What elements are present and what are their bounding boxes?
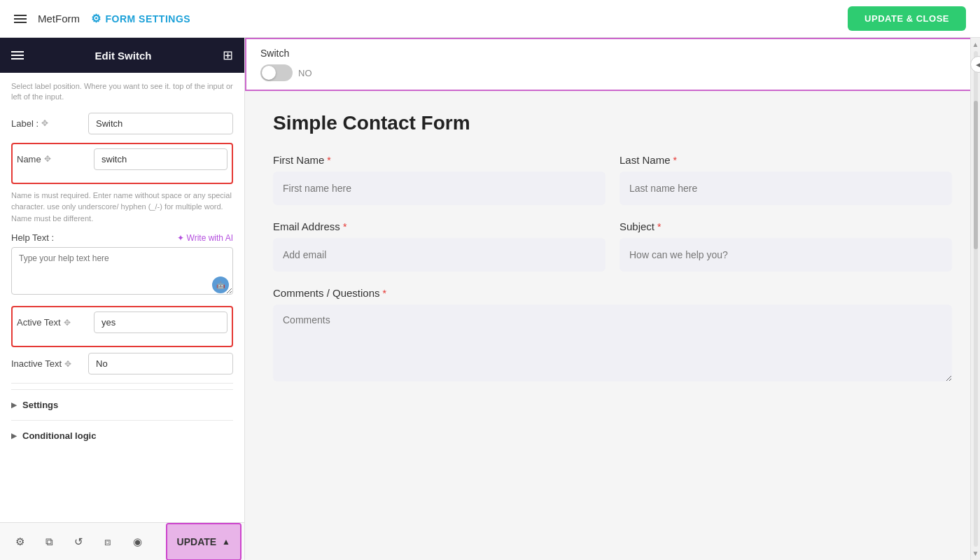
form-row-3: Comments / Questions * bbox=[273, 287, 952, 384]
comments-input[interactable] bbox=[273, 304, 952, 382]
form-content: Simple Contact Form First Name * Last Na… bbox=[245, 91, 980, 560]
history-icon[interactable]: ↺ bbox=[66, 529, 91, 554]
chevron-up-icon: ▲ bbox=[222, 537, 230, 547]
help-text-input[interactable] bbox=[11, 247, 233, 295]
layers-icon[interactable]: ⧉ bbox=[36, 529, 62, 554]
settings-bottom-icon[interactable]: ⚙ bbox=[7, 529, 32, 554]
form-title: Simple Contact Form bbox=[273, 112, 952, 134]
comments-label: Comments / Questions * bbox=[273, 287, 952, 299]
settings-label: Settings bbox=[22, 400, 58, 410]
preview-area: Switch NO ◀ Simple Contact Form First Na… bbox=[245, 38, 980, 560]
main-layout: Edit Switch ⊞ Select label position. Whe… bbox=[0, 38, 980, 560]
sidebar-hamburger-icon[interactable] bbox=[11, 51, 24, 59]
label-field-label: Label : ✥ bbox=[11, 118, 88, 129]
settings-accordion-header[interactable]: ▶ Settings bbox=[11, 390, 233, 420]
first-name-input[interactable] bbox=[273, 172, 606, 205]
active-text-row: Active Text ✥ bbox=[17, 312, 227, 333]
hamburger-icon[interactable] bbox=[14, 15, 27, 23]
bottom-icons: ⚙ ⧉ ↺ ⧈ ◉ bbox=[0, 529, 166, 554]
inactive-move-icon: ✥ bbox=[64, 359, 71, 369]
label-input[interactable] bbox=[88, 113, 233, 134]
email-required: * bbox=[343, 221, 346, 232]
app-name: MetForm bbox=[38, 13, 80, 24]
write-ai-link[interactable]: ✦ Write with AI bbox=[177, 233, 233, 243]
inactive-text-input[interactable] bbox=[88, 353, 233, 374]
active-text-wrapper: Active Text ✥ bbox=[11, 306, 233, 347]
name-field-label: Name ✥ bbox=[17, 154, 94, 164]
toggle-knob bbox=[262, 66, 276, 80]
settings-accordion: ▶ Settings bbox=[11, 389, 233, 420]
inactive-text-row: Inactive Text ✥ bbox=[11, 353, 233, 374]
form-settings-link[interactable]: ⚙ FORM SETTINGS bbox=[91, 12, 190, 25]
toggle-track[interactable] bbox=[260, 64, 293, 81]
scroll-up-arrow[interactable]: ▲ bbox=[972, 41, 979, 48]
topbar-left: MetForm ⚙ FORM SETTINGS bbox=[14, 12, 190, 25]
form-row-1: First Name * Last Name * bbox=[273, 154, 952, 205]
form-row-2: Email Address * Subject * bbox=[273, 220, 952, 272]
update-button[interactable]: UPDATE ▲ bbox=[167, 524, 240, 559]
settings-arrow-icon: ▶ bbox=[11, 401, 17, 409]
name-field-row: Name ✥ bbox=[17, 148, 227, 170]
sidebar-bottom: ⚙ ⧉ ↺ ⧈ ◉ UPDATE ▲ bbox=[0, 522, 244, 560]
conditional-arrow-icon: ▶ bbox=[11, 432, 17, 440]
last-name-required: * bbox=[673, 155, 677, 166]
subject-input[interactable] bbox=[620, 238, 952, 272]
update-button-label: UPDATE bbox=[177, 536, 217, 547]
help-textarea-wrapper: 🤖 bbox=[11, 247, 233, 298]
update-close-button[interactable]: UPDATE & CLOSE bbox=[848, 6, 966, 31]
sidebar-header: Edit Switch ⊞ bbox=[0, 38, 244, 73]
comments-required: * bbox=[383, 288, 386, 299]
topbar: MetForm ⚙ FORM SETTINGS UPDATE & CLOSE bbox=[0, 0, 980, 38]
switch-preview-label: Switch bbox=[260, 48, 965, 59]
copy-icon[interactable]: ⧈ bbox=[95, 529, 120, 554]
toggle-switch[interactable]: NO bbox=[260, 64, 965, 81]
gear-icon: ⚙ bbox=[91, 12, 102, 25]
conditional-logic-accordion: ▶ Conditional logic bbox=[11, 420, 233, 451]
name-move-icon: ✥ bbox=[44, 154, 51, 164]
sidebar-title: Edit Switch bbox=[95, 50, 152, 62]
comments-field: Comments / Questions * bbox=[273, 287, 952, 384]
label-field-row: Label : ✥ bbox=[11, 113, 233, 134]
conditional-logic-header[interactable]: ▶ Conditional logic bbox=[11, 421, 233, 451]
scroll-track bbox=[974, 51, 978, 547]
help-text-row: Help Text : ✦ Write with AI 🤖 bbox=[11, 232, 233, 298]
name-field-wrapper: Name ✥ bbox=[11, 143, 233, 184]
preview-icon[interactable]: ◉ bbox=[125, 529, 150, 554]
inactive-text-label: Inactive Text ✥ bbox=[11, 358, 88, 369]
switch-preview-container: Switch NO ◀ bbox=[245, 38, 980, 91]
active-text-move-icon: ✥ bbox=[64, 318, 71, 328]
divider-1 bbox=[11, 383, 233, 384]
conditional-logic-label: Conditional logic bbox=[22, 430, 96, 441]
email-label: Email Address * bbox=[273, 220, 606, 232]
label-move-icon: ✥ bbox=[41, 118, 48, 128]
subject-field: Subject * bbox=[620, 220, 952, 272]
email-input[interactable] bbox=[273, 238, 606, 272]
scroll-down-arrow[interactable]: ▼ bbox=[972, 550, 979, 557]
last-name-field: Last Name * bbox=[620, 154, 952, 205]
toggle-state-label: NO bbox=[298, 68, 312, 78]
sidebar: Edit Switch ⊞ Select label position. Whe… bbox=[0, 38, 245, 560]
first-name-label: First Name * bbox=[273, 154, 606, 166]
subject-label: Subject * bbox=[620, 220, 952, 232]
sidebar-hint: Select label position. Where you want to… bbox=[11, 81, 233, 103]
scroll-thumb bbox=[974, 101, 978, 249]
first-name-field: First Name * bbox=[273, 154, 606, 205]
grid-icon[interactable]: ⊞ bbox=[223, 48, 233, 63]
last-name-input[interactable] bbox=[620, 172, 952, 205]
name-hint: Name is must required. Enter name withou… bbox=[11, 190, 233, 225]
subject-required: * bbox=[657, 221, 661, 232]
first-name-required: * bbox=[327, 155, 330, 166]
help-text-label: Help Text : ✦ Write with AI bbox=[11, 232, 233, 243]
form-settings-label: FORM SETTINGS bbox=[106, 13, 191, 24]
active-text-label: Active Text ✥ bbox=[17, 317, 94, 328]
name-input[interactable] bbox=[94, 148, 227, 170]
email-field: Email Address * bbox=[273, 220, 606, 272]
active-text-input[interactable] bbox=[94, 312, 227, 333]
last-name-label: Last Name * bbox=[620, 154, 952, 166]
scrollbar[interactable]: ▲ ▼ bbox=[970, 38, 980, 560]
update-button-wrapper: UPDATE ▲ bbox=[166, 523, 241, 561]
sidebar-content: Select label position. Where you want to… bbox=[0, 73, 244, 522]
